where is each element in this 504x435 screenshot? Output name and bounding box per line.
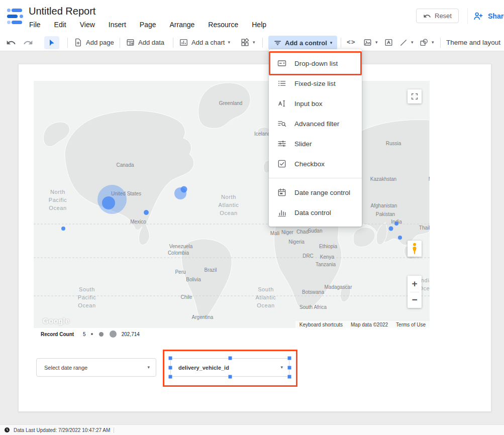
legend-dot-medium [99,332,104,337]
menu-item-date-range-control[interactable]: Date range control [269,182,362,202]
map-bubble [389,227,393,231]
map-bubble [61,227,65,231]
looker-studio-app: Untitled Report File Edit View Insert Pa… [0,0,504,435]
header-divider [467,8,468,24]
menu-item-fixed-size-list[interactable]: Fixed-size list [269,73,362,93]
line-icon [399,38,408,47]
dropdown-control-label: delivery_vehicle_id [178,365,229,371]
report-page[interactable]: North Pacific Ocean North Atlantic Ocean… [18,64,491,412]
embed-button[interactable]: <> [347,34,356,51]
date-range-control[interactable]: Select date range ▾ [36,358,156,377]
menu-arrange[interactable]: Arrange [170,21,195,29]
menu-item-checkbox[interactable]: Checkbox [269,154,362,174]
theme-layout-label: Theme and layout [446,39,500,46]
fixed-size-list-icon [277,78,287,88]
redo-button[interactable] [23,34,33,51]
bubble-map-chart[interactable]: North Pacific Ocean North Atlantic Ocean… [34,81,430,328]
map-bubble [394,222,398,226]
zoom-out-button[interactable]: − [408,292,422,308]
checkbox-icon [277,159,287,169]
terms-of-use-link[interactable]: Terms of Use [396,322,426,328]
google-maps-logo[interactable]: Google [43,316,69,325]
embed-icon: <> [347,39,356,46]
undo-reset-icon [423,12,431,20]
reset-button[interactable]: Reset [416,9,459,23]
map-data-copyright: Map data ©2022 [351,322,388,328]
undo-button[interactable] [6,34,16,51]
add-data-button[interactable]: Add data [126,34,164,51]
advanced-filter-icon [277,119,287,129]
fullscreen-icon [411,92,419,100]
menu-item-input-box[interactable]: Input box [269,93,362,114]
legend-title: Record Count [41,332,74,337]
add-chart-label: Add a chart [191,39,225,46]
add-chart-icon [179,38,188,47]
report-canvas[interactable]: North Pacific Ocean North Atlantic Ocean… [0,51,504,424]
legend-dot-large [110,331,117,338]
menubar: File Edit View Insert Page Arrange Resou… [29,21,266,29]
date-range-label: Select date range [44,365,87,371]
toolbar-divider [341,38,341,48]
menu-file[interactable]: File [29,21,41,29]
caret-down-icon: ▾ [375,40,378,45]
menu-item-advanced-filter[interactable]: Advanced filter [269,114,362,134]
add-page-button[interactable]: Add page [73,34,114,51]
insert-image-button[interactable]: ▾ [363,34,378,51]
map-bubble [144,210,149,215]
statusbar-divider [114,427,114,433]
caret-down-icon: ▾ [330,41,333,45]
map-fullscreen-button[interactable] [408,89,422,103]
map-attribution: Keyboard shortcuts Map data ©2022 Terms … [295,321,430,328]
keyboard-shortcuts-link[interactable]: Keyboard shortcuts [299,322,343,328]
menu-item-data-control[interactable]: Data control [269,202,362,223]
clock-icon [4,427,10,433]
menu-page[interactable]: Page [140,21,156,29]
select-tool-button[interactable] [44,36,59,49]
menu-edit[interactable]: Edit [54,21,66,29]
toolbar-divider [440,38,441,48]
add-chart-button[interactable]: Add a chart ▾ [179,34,230,51]
caret-down-icon: ▾ [147,365,150,370]
caret-down-icon: ▾ [228,40,231,45]
slider-icon [277,139,287,149]
dropdown-list-icon [277,58,287,68]
menu-item-slider[interactable]: Slider [269,134,362,154]
image-icon [363,38,372,47]
zoom-in-button[interactable]: + [408,276,422,292]
add-control-button[interactable]: Add a control ▾ [268,36,337,50]
insert-shape-button[interactable]: ▾ [419,34,434,51]
report-title[interactable]: Untitled Report [29,6,95,17]
pegman-icon [410,243,419,255]
menu-item-dropdown-list[interactable]: Drop-down list [269,53,362,73]
undo-icon [6,38,16,48]
theme-and-layout-button[interactable]: Theme and layout [446,34,500,51]
text-box-icon [384,38,393,47]
menu-item-label: Input box [294,100,323,107]
data-studio-logo-icon[interactable] [6,8,23,26]
reset-label: Reset [435,12,452,20]
menu-insert[interactable]: Insert [109,21,126,29]
data-last-updated-text: Data Last Updated: 7/29/2022 10:47:27 AM [14,427,110,433]
caret-down-icon: ▾ [253,40,255,45]
toolbar-divider [262,38,263,48]
pegman-control[interactable] [408,241,422,257]
share-button[interactable]: Share [472,10,504,22]
add-control-label: Add a control [285,39,327,47]
app-header: Untitled Report File Edit View Insert Pa… [0,0,504,34]
menu-view[interactable]: View [80,21,95,29]
toolbar-divider [173,38,173,48]
insert-line-button[interactable]: ▾ [399,34,414,51]
toolbar-divider [67,38,68,48]
menu-help[interactable]: Help [252,21,266,29]
map-bubble [102,196,115,209]
add-page-icon [73,38,83,47]
menu-item-label: Checkbox [294,160,325,168]
menu-resource[interactable]: Resource [208,21,238,29]
data-control-icon [277,207,287,218]
caret-down-icon: ▾ [280,365,283,370]
add-data-label: Add data [138,39,164,46]
delivery-vehicle-dropdown-control[interactable]: delivery_vehicle_id ▾ [170,358,289,377]
legend-max-value: 202,714 [122,332,140,337]
community-visualizations-button[interactable]: ▾ [240,34,255,51]
insert-text-button[interactable] [384,34,393,51]
